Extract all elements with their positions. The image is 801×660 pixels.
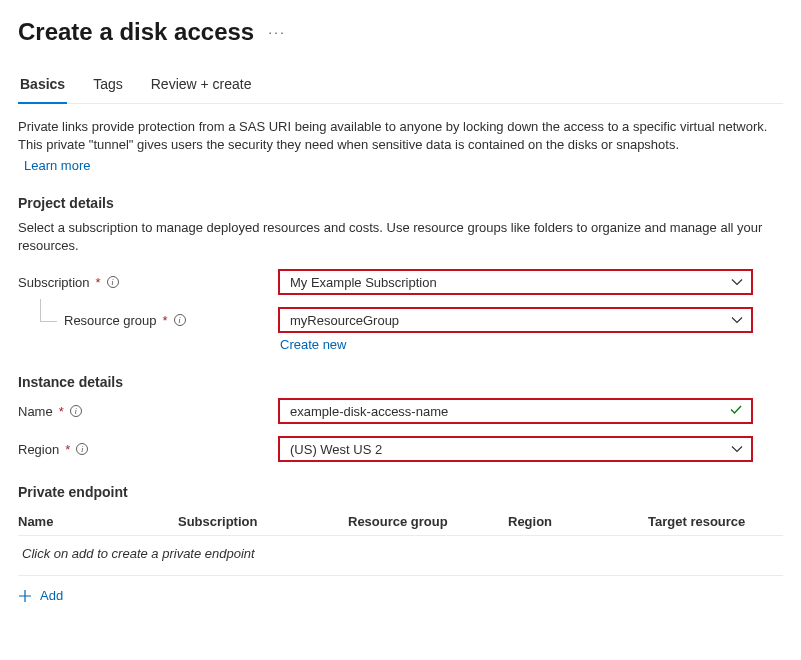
chevron-down-icon: [731, 314, 743, 326]
resource-group-label: Resource group: [64, 313, 157, 328]
chevron-down-icon: [731, 443, 743, 455]
info-icon[interactable]: i: [107, 276, 119, 288]
private-endpoint-heading: Private endpoint: [18, 484, 783, 500]
subscription-label: Subscription: [18, 275, 90, 290]
resource-group-value: myResourceGroup: [290, 313, 399, 328]
private-endpoint-empty: Click on add to create a private endpoin…: [18, 536, 783, 576]
required-indicator: *: [65, 442, 70, 457]
intro-text: Private links provide protection from a …: [18, 118, 778, 154]
more-actions-button[interactable]: ···: [268, 24, 286, 40]
col-region: Region: [508, 514, 648, 529]
info-icon[interactable]: i: [70, 405, 82, 417]
col-subscription: Subscription: [178, 514, 348, 529]
col-target-resource: Target resource: [648, 514, 783, 529]
region-dropdown[interactable]: (US) West US 2: [278, 436, 753, 462]
required-indicator: *: [59, 404, 64, 419]
table-header: Name Subscription Resource group Region …: [18, 508, 783, 536]
info-icon[interactable]: i: [76, 443, 88, 455]
project-details-heading: Project details: [18, 195, 783, 211]
tab-tags[interactable]: Tags: [91, 76, 125, 103]
subscription-dropdown[interactable]: My Example Subscription: [278, 269, 753, 295]
plus-icon: [18, 589, 32, 603]
name-input[interactable]: [290, 404, 723, 419]
required-indicator: *: [163, 313, 168, 328]
name-label: Name: [18, 404, 53, 419]
private-endpoint-table: Name Subscription Resource group Region …: [18, 508, 783, 603]
resource-group-dropdown[interactable]: myResourceGroup: [278, 307, 753, 333]
add-label: Add: [40, 588, 63, 603]
tab-review-create[interactable]: Review + create: [149, 76, 254, 103]
create-new-resource-group-link[interactable]: Create new: [278, 337, 346, 352]
chevron-down-icon: [731, 276, 743, 288]
tab-basics[interactable]: Basics: [18, 76, 67, 104]
check-icon: [729, 403, 743, 420]
instance-details-heading: Instance details: [18, 374, 783, 390]
project-details-description: Select a subscription to manage deployed…: [18, 219, 778, 255]
learn-more-link[interactable]: Learn more: [24, 158, 90, 173]
tabs: Basics Tags Review + create: [18, 76, 783, 104]
page-title: Create a disk access: [18, 18, 254, 46]
col-resource-group: Resource group: [348, 514, 508, 529]
required-indicator: *: [96, 275, 101, 290]
region-label: Region: [18, 442, 59, 457]
subscription-value: My Example Subscription: [290, 275, 437, 290]
info-icon[interactable]: i: [174, 314, 186, 326]
region-value: (US) West US 2: [290, 442, 382, 457]
add-private-endpoint-button[interactable]: Add: [18, 576, 783, 603]
name-input-wrapper: [278, 398, 753, 424]
col-name: Name: [18, 514, 178, 529]
